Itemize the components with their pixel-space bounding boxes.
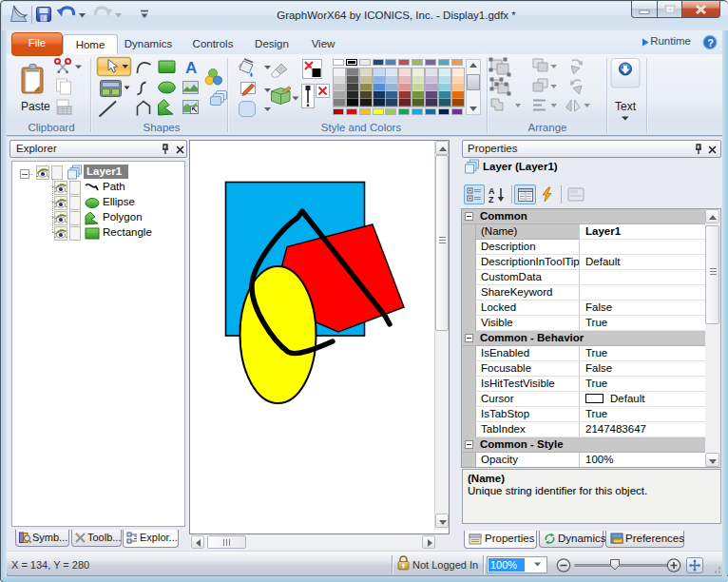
svg-text:A: A bbox=[185, 59, 197, 77]
svg-text:Z: Z bbox=[489, 195, 494, 204]
svg-text:100%: 100% bbox=[490, 559, 517, 571]
svg-text:?: ? bbox=[707, 37, 714, 48]
